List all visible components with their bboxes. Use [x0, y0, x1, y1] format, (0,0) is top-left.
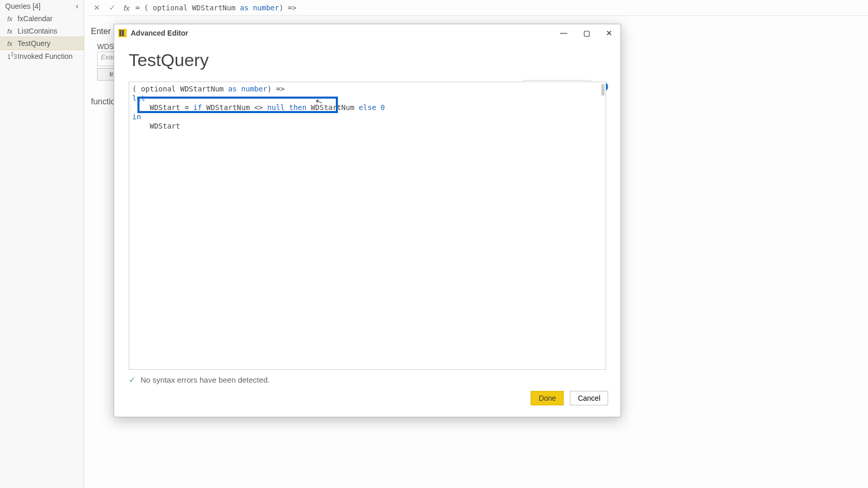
number-icon: 123	[7, 52, 14, 60]
fx-icon: fx	[7, 27, 14, 35]
powerbi-icon	[118, 29, 127, 37]
query-item-listcontains[interactable]: fx ListContains	[0, 25, 84, 37]
enter-params-label: Enter	[91, 27, 111, 36]
query-name-heading: TestQuery	[129, 50, 606, 70]
formula-bar: ✕ ✓ fx = ( optional WDStartNum as number…	[87, 0, 868, 16]
fx-icon[interactable]: fx	[122, 4, 131, 12]
queries-pane: Queries [4] ‹ fx fxCalendar fx ListConta…	[0, 0, 84, 488]
collapse-chevron-icon[interactable]: ‹	[74, 2, 81, 11]
formula-input[interactable]: = ( optional WDStartNum as number) =>	[135, 4, 868, 12]
dialog-titlebar[interactable]: Advanced Editor — ▢ ✕	[114, 24, 621, 42]
scrollbar-thumb[interactable]	[601, 84, 605, 96]
query-item-testquery[interactable]: fx TestQuery	[0, 37, 84, 50]
query-label: TestQuery	[18, 39, 51, 48]
dialog-title: Advanced Editor	[131, 29, 188, 37]
cancel-formula-icon[interactable]: ✕	[91, 2, 102, 13]
status-text: No syntax errors have been detected.	[141, 375, 270, 384]
commit-formula-icon[interactable]: ✓	[106, 2, 118, 13]
code-editor[interactable]: ( optional WDStartNum as number) => let …	[129, 82, 606, 370]
queries-header: Queries [4] ‹	[0, 0, 84, 12]
query-label: Invoked Function	[18, 52, 73, 60]
query-item-invoked-function[interactable]: 123 Invoked Function	[0, 50, 84, 62]
function-heading: functio	[91, 97, 115, 106]
advanced-editor-dialog: Advanced Editor — ▢ ✕ TestQuery Display …	[114, 24, 621, 417]
fx-icon: fx	[7, 40, 14, 48]
fx-icon: fx	[7, 15, 14, 23]
queries-title: Queries [4]	[5, 2, 40, 10]
syntax-status: ✓ No syntax errors have been detected.	[129, 375, 270, 385]
query-item-fxcalendar[interactable]: fx fxCalendar	[0, 12, 84, 25]
query-label: ListContains	[18, 27, 57, 35]
minimize-icon[interactable]: —	[552, 24, 575, 42]
done-button[interactable]: Done	[531, 391, 564, 405]
query-label: fxCalendar	[18, 14, 53, 23]
check-icon: ✓	[129, 375, 135, 385]
maximize-icon[interactable]: ▢	[575, 24, 598, 42]
cancel-button[interactable]: Cancel	[570, 391, 608, 405]
close-icon[interactable]: ✕	[598, 24, 621, 42]
